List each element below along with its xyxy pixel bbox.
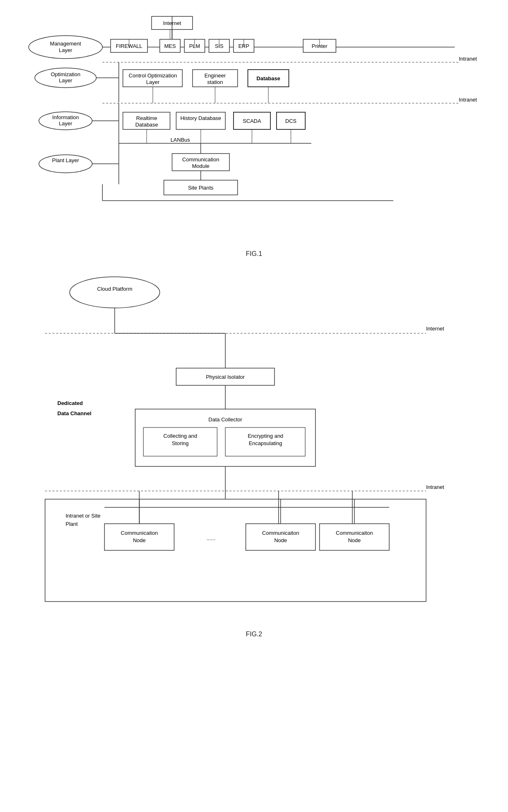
svg-text:Storing: Storing bbox=[172, 440, 188, 446]
fig1-ctrl-opt: Control Optimization bbox=[129, 72, 177, 79]
fig1-site-plants: Site Plants bbox=[188, 185, 214, 191]
svg-text:Database: Database bbox=[135, 122, 158, 128]
svg-text:station: station bbox=[207, 79, 223, 85]
fig1-opt-layer: Optimization bbox=[51, 71, 80, 77]
fig2-data-collector: Data Collector bbox=[209, 416, 243, 423]
fig2-encrypting-encapsulating: Encrypting and bbox=[248, 433, 283, 439]
svg-text:Encapsulating: Encapsulating bbox=[249, 440, 282, 446]
fig2-svg: Cloud Platform Internet Physical Isolato… bbox=[25, 270, 483, 622]
fig2-physical-isolator: Physical Isolator bbox=[206, 374, 245, 380]
fig1-scada: SCADA bbox=[243, 118, 261, 124]
fig2-comm-node2: Communicaiton bbox=[262, 530, 299, 536]
fig1-comm-module: Communication bbox=[182, 156, 219, 163]
fig1-eng-station: Engineer bbox=[204, 72, 226, 79]
fig1-plant-layer: Plant Layer bbox=[52, 157, 79, 163]
fig2-ellipsis: ...... bbox=[206, 535, 215, 541]
svg-text:Node: Node bbox=[274, 537, 287, 543]
fig1-info-layer: Information bbox=[52, 114, 79, 120]
svg-text:Plant: Plant bbox=[66, 521, 78, 527]
fig2-cloud-platform: Cloud Platform bbox=[97, 286, 132, 292]
fig2-comm-node3: Communicaiton bbox=[336, 530, 373, 536]
svg-text:Node: Node bbox=[133, 537, 145, 543]
fig1-diagram: Internet Management Layer FIREWALL MES P… bbox=[25, 12, 483, 258]
svg-text:Node: Node bbox=[348, 537, 361, 543]
fig1-label: FIG.1 bbox=[25, 250, 483, 258]
fig1-database: Database bbox=[256, 75, 280, 81]
svg-text:Layer: Layer bbox=[59, 47, 73, 53]
fig2-comm-node1: Communicaiton bbox=[121, 530, 158, 536]
fig1-svg: Internet Management Layer FIREWALL MES P… bbox=[25, 12, 483, 242]
fig1-history-db: History Database bbox=[180, 115, 221, 121]
svg-text:Module: Module bbox=[192, 163, 210, 169]
svg-text:Layer: Layer bbox=[59, 77, 73, 84]
fig2-label: FIG.2 bbox=[25, 631, 483, 638]
fig2-intranet-site-plant: Intranet or Site bbox=[66, 513, 100, 519]
page: Internet Management Layer FIREWALL MES P… bbox=[0, 0, 508, 663]
fig1-intranet2: Intranet bbox=[459, 97, 477, 103]
fig1-dcs: DCS bbox=[285, 118, 297, 124]
fig2-collecting-storing: Collecting and bbox=[163, 433, 197, 439]
fig1-realtime-db: Realtime bbox=[136, 115, 157, 121]
fig1-mgmt-layer: Management bbox=[50, 41, 81, 47]
fig2-dedicated-channel: Dedicated bbox=[57, 400, 83, 406]
fig2-intranet: Intranet bbox=[426, 484, 444, 490]
fig2-internet: Internet bbox=[426, 326, 444, 332]
fig1-lanbus: LANBus bbox=[170, 137, 190, 143]
fig1-mes: MES bbox=[164, 43, 176, 49]
svg-text:Layer: Layer bbox=[59, 120, 73, 127]
svg-text:Data Channel: Data Channel bbox=[57, 410, 91, 416]
fig1-intranet1: Intranet bbox=[459, 56, 477, 62]
svg-point-58 bbox=[70, 277, 160, 308]
fig2-diagram: Cloud Platform Internet Physical Isolato… bbox=[25, 270, 483, 638]
svg-text:Layer: Layer bbox=[146, 79, 160, 85]
